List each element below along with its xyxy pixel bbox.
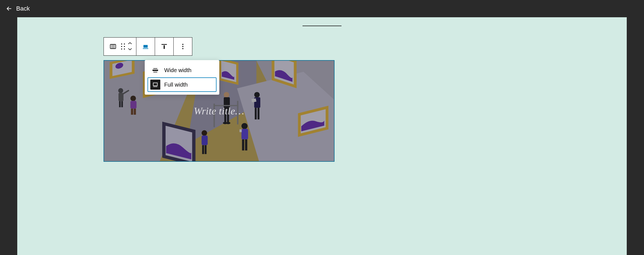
arrow-left-icon — [6, 5, 13, 12]
back-button[interactable]: Back — [6, 5, 30, 12]
app-header: Back — [0, 0, 644, 17]
back-label: Back — [16, 5, 30, 12]
